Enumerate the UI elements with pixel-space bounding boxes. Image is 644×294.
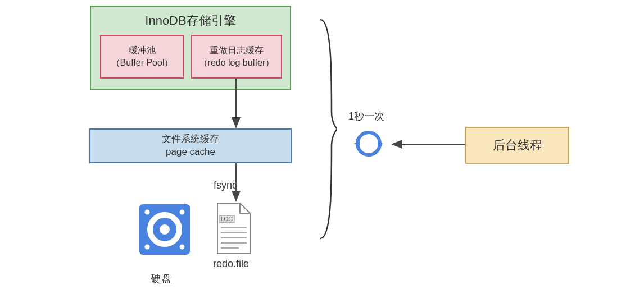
diagram-canvas: InnoDB存储引擎 缓冲池 （Buffer Pool） 重做日志缓存 （red… bbox=[0, 0, 644, 294]
connectors bbox=[0, 0, 644, 294]
